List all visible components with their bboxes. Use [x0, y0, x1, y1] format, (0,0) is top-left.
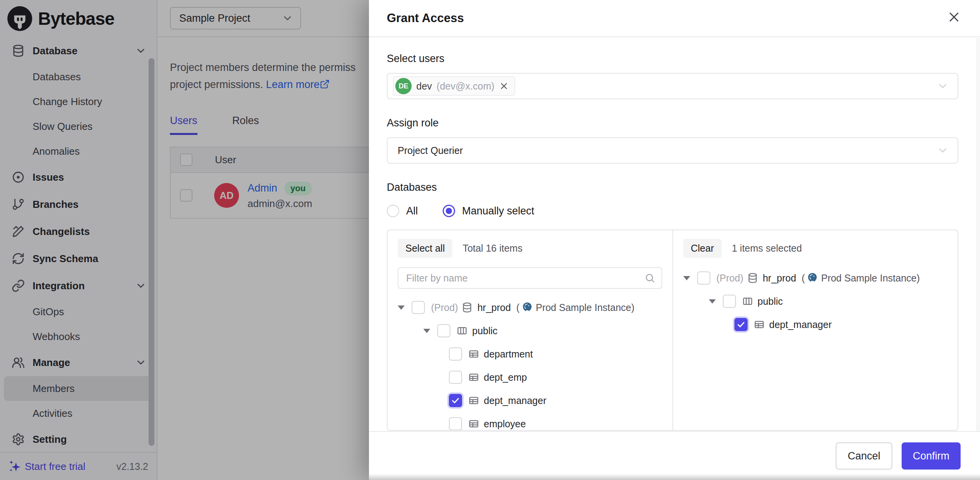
tree-checkbox-dept-manager-checked[interactable]	[734, 318, 748, 331]
check-icon	[451, 396, 460, 405]
radio-manually-select[interactable]: Manually select	[443, 205, 534, 217]
database-scope-radios: All Manually select	[387, 205, 958, 217]
clear-button[interactable]: Clear	[683, 239, 722, 258]
modal-header: Grant Access	[369, 0, 980, 37]
tree-checkbox-public[interactable]	[437, 324, 450, 337]
close-icon	[947, 10, 961, 24]
filter-input[interactable]	[406, 273, 644, 284]
caret-down-icon[interactable]	[398, 306, 405, 310]
total-items-label: Total 16 items	[462, 243, 522, 254]
confirm-button[interactable]: Confirm	[902, 442, 961, 470]
chip-user-email: (dev@x.com)	[436, 81, 494, 92]
tree-row-dept-emp[interactable]: dept_emp	[398, 366, 662, 389]
tree-row-dept-manager[interactable]: dept_manager	[398, 389, 662, 412]
select-users-label: Select users	[387, 52, 958, 65]
schema-icon	[742, 296, 753, 307]
caret-down-icon[interactable]	[423, 329, 430, 333]
tree-checkbox-hr-prod[interactable]	[697, 271, 710, 285]
schema-icon	[457, 325, 467, 336]
table-name: dept_manager	[484, 395, 546, 406]
select-all-button[interactable]: Select all	[398, 239, 452, 258]
caret-down-icon[interactable]	[683, 276, 690, 280]
tree-row-public[interactable]: public	[683, 290, 948, 313]
selected-panel: Clear 1 items selected (Prod) hr_prod (	[672, 230, 958, 430]
table-icon	[468, 395, 479, 406]
modal-body: Select users DE dev (dev@x.com) Assign r…	[369, 38, 980, 431]
radio-circle	[387, 205, 399, 217]
table-icon	[468, 372, 479, 383]
filter-input-wrap	[398, 267, 662, 289]
table-name: dept_emp	[484, 372, 527, 383]
caret-down-icon[interactable]	[709, 299, 716, 304]
screen: Bytebase Database Databases Change Histo…	[0, 0, 980, 480]
schema-name: public	[472, 325, 497, 337]
tree-checkbox-dept-manager-checked[interactable]	[449, 394, 462, 407]
table-name: dept_manager	[769, 319, 832, 330]
tree-row-dept-manager[interactable]: dept_manager	[683, 313, 948, 336]
table-icon	[468, 418, 479, 429]
modal-overlay[interactable]	[0, 0, 369, 480]
instance-label: Prod Sample Instance)	[821, 273, 919, 284]
source-tree: (Prod) hr_prod ( Prod Sample Instance) p…	[398, 296, 662, 430]
postgresql-icon	[807, 273, 818, 283]
radio-all-label: All	[406, 205, 418, 217]
schema-name: public	[758, 296, 783, 307]
db-name: hr_prod	[763, 273, 796, 284]
grant-access-modal: Grant Access Select users DE dev (dev@x.…	[369, 0, 980, 480]
radio-all[interactable]: All	[387, 205, 418, 217]
tree-checkbox-dept-emp[interactable]	[449, 371, 462, 384]
remove-user-icon[interactable]	[499, 81, 509, 91]
tree-checkbox-department[interactable]	[449, 347, 462, 361]
selected-count-label: 1 items selected	[732, 243, 802, 254]
tree-row-hr-prod[interactable]: (Prod) hr_prod ( Prod Sample Instance)	[398, 296, 662, 319]
search-icon	[644, 273, 655, 283]
chip-user-name: dev	[416, 81, 432, 92]
tree-row-public[interactable]: public	[398, 319, 662, 342]
table-icon	[468, 349, 479, 359]
radio-circle-selected	[443, 205, 455, 217]
role-select[interactable]: Project Querier	[387, 137, 958, 164]
users-multiselect[interactable]: DE dev (dev@x.com)	[387, 73, 958, 99]
database-icon	[747, 273, 758, 283]
table-icon	[754, 319, 765, 330]
tree-checkbox-employee[interactable]	[449, 417, 462, 430]
assign-role-label: Assign role	[387, 116, 958, 129]
instance-paren: (	[802, 273, 805, 284]
cancel-button[interactable]: Cancel	[836, 442, 892, 470]
database-transfer-panels: Select all Total 16 items (Prod)	[387, 230, 958, 431]
radio-manual-label: Manually select	[462, 205, 534, 217]
tree-row-hr-prod[interactable]: (Prod) hr_prod ( Prod Sample Instance)	[683, 266, 948, 290]
tree-row-employee[interactable]: employee	[398, 412, 662, 430]
tree-row-department[interactable]: department	[398, 342, 662, 366]
source-panel: Select all Total 16 items (Prod)	[388, 230, 672, 430]
table-name: department	[484, 349, 533, 360]
database-icon	[462, 302, 473, 313]
check-icon	[737, 320, 745, 329]
modal-footer: Cancel Confirm	[369, 431, 980, 480]
databases-label: Databases	[387, 181, 958, 194]
db-name: hr_prod	[477, 302, 511, 313]
selected-tree: (Prod) hr_prod ( Prod Sample Instance) p…	[683, 266, 948, 336]
instance-paren: (	[516, 302, 519, 313]
avatar: DE	[395, 78, 412, 94]
env-label: (Prod)	[717, 273, 743, 284]
modal-scrollbar[interactable]	[976, 38, 980, 431]
chevron-down-icon	[937, 80, 949, 92]
tree-checkbox-public[interactable]	[723, 295, 736, 308]
modal-title: Grant Access	[387, 11, 464, 25]
env-label: (Prod)	[431, 302, 458, 313]
instance-label: Prod Sample Instance)	[536, 302, 634, 313]
postgresql-icon	[522, 302, 533, 313]
chevron-down-icon	[937, 144, 949, 157]
tree-checkbox-hr-prod[interactable]	[412, 301, 425, 314]
table-name: employee	[484, 418, 526, 430]
role-select-value: Project Querier	[398, 145, 463, 156]
user-chip-dev: DE dev (dev@x.com)	[393, 76, 515, 96]
close-button[interactable]	[947, 10, 963, 26]
